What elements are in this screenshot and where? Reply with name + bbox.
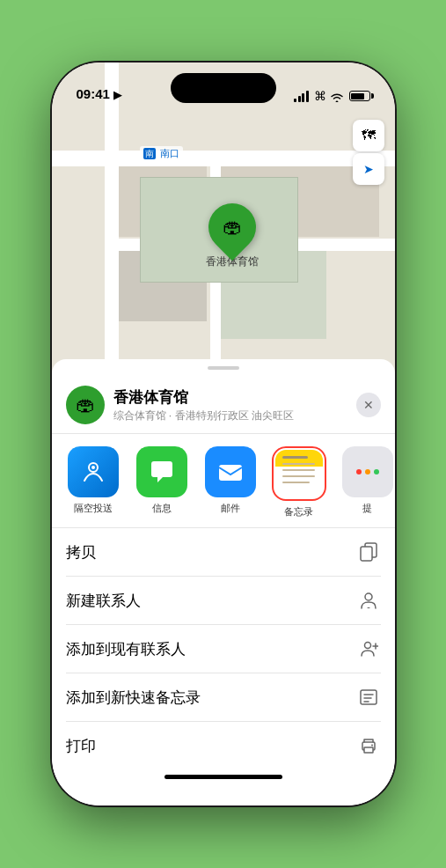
map-type-button[interactable]: 🗺 bbox=[353, 120, 384, 151]
action-new-contact[interactable]: 新建联系人 bbox=[66, 577, 381, 625]
notes-icon bbox=[275, 450, 323, 497]
quick-note-icon bbox=[356, 685, 381, 710]
location-icon: ➤ bbox=[363, 162, 374, 176]
map-type-icon: 🗺 bbox=[362, 128, 376, 143]
venue-desc: 综合体育馆 · 香港特别行政区 油尖旺区 bbox=[113, 408, 356, 423]
bottom-sheet: 🏟 香港体育馆 综合体育馆 · 香港特别行政区 油尖旺区 ✕ bbox=[52, 359, 395, 805]
share-more[interactable]: 提 bbox=[337, 446, 395, 519]
more-label: 提 bbox=[362, 502, 372, 515]
share-messages[interactable]: 信息 bbox=[131, 446, 193, 519]
svg-rect-4 bbox=[361, 547, 372, 561]
location-button[interactable]: ➤ bbox=[353, 153, 384, 185]
map-controls: 🗺 ➤ bbox=[353, 120, 384, 185]
action-print[interactable]: 打印 bbox=[66, 722, 381, 769]
sheet-handle bbox=[208, 366, 239, 370]
venue-header: 🏟 香港体育馆 综合体育馆 · 香港特别行政区 油尖旺区 ✕ bbox=[52, 373, 395, 434]
quick-note-label: 添加到新快速备忘录 bbox=[66, 688, 201, 708]
mail-label: 邮件 bbox=[221, 502, 240, 515]
svg-point-7 bbox=[364, 643, 370, 649]
copy-label: 拷贝 bbox=[66, 542, 96, 563]
close-button[interactable]: ✕ bbox=[356, 393, 381, 417]
add-person-icon bbox=[356, 636, 381, 661]
person-icon bbox=[356, 588, 381, 613]
phone-frame: 09:41 ▶ ⌘ bbox=[52, 63, 395, 805]
more-icon bbox=[342, 446, 393, 497]
location-arrow-icon: ▶ bbox=[113, 88, 122, 101]
svg-point-1 bbox=[91, 466, 95, 469]
add-existing-label: 添加到现有联系人 bbox=[66, 639, 186, 659]
svg-point-16 bbox=[371, 745, 373, 747]
messages-label: 信息 bbox=[152, 502, 172, 515]
action-copy[interactable]: 拷贝 bbox=[66, 528, 381, 577]
messages-icon bbox=[136, 446, 187, 497]
venue-name: 香港体育馆 bbox=[113, 387, 356, 408]
venue-icon: 🏟 bbox=[66, 386, 105, 424]
phone-screen: 09:41 ▶ ⌘ bbox=[52, 63, 395, 805]
battery-icon bbox=[349, 91, 370, 101]
airdrop-label: 隔空投送 bbox=[74, 502, 113, 515]
share-row: 隔空投送 信息 bbox=[52, 434, 395, 528]
svg-point-5 bbox=[365, 593, 372, 600]
copy-icon bbox=[356, 540, 381, 564]
signal-icon bbox=[294, 90, 309, 102]
notes-icon-wrapper bbox=[272, 446, 326, 501]
venue-info: 香港体育馆 综合体育馆 · 香港特别行政区 油尖旺区 bbox=[113, 387, 356, 423]
action-add-existing[interactable]: 添加到现有联系人 bbox=[66, 625, 381, 673]
new-contact-label: 新建联系人 bbox=[66, 591, 141, 611]
status-time: 09:41 bbox=[77, 86, 110, 103]
map-south-label: 南 南口 bbox=[140, 146, 183, 161]
dynamic-island bbox=[171, 73, 276, 103]
status-icons: ⌘ bbox=[294, 89, 369, 103]
home-indicator bbox=[165, 775, 282, 779]
pin-icon: 🏟 bbox=[223, 216, 242, 239]
print-label: 打印 bbox=[66, 736, 96, 756]
mail-icon bbox=[205, 446, 256, 497]
print-icon bbox=[356, 733, 381, 758]
share-airdrop[interactable]: 隔空投送 bbox=[62, 446, 124, 519]
action-quick-note[interactable]: 添加到新快速备忘录 bbox=[66, 673, 381, 722]
wifi-icon: ⌘ bbox=[314, 89, 344, 103]
location-pin: 🏟 香港体育馆 bbox=[206, 203, 259, 269]
share-mail[interactable]: 邮件 bbox=[200, 446, 261, 519]
svg-rect-6 bbox=[367, 607, 369, 608]
svg-rect-2 bbox=[219, 465, 242, 481]
share-notes[interactable]: 备忘录 bbox=[268, 446, 330, 519]
svg-rect-15 bbox=[364, 747, 373, 753]
action-list: 拷贝 新建联系人 bbox=[52, 528, 395, 769]
notes-label: 备忘录 bbox=[284, 505, 313, 519]
airdrop-icon bbox=[68, 446, 119, 497]
